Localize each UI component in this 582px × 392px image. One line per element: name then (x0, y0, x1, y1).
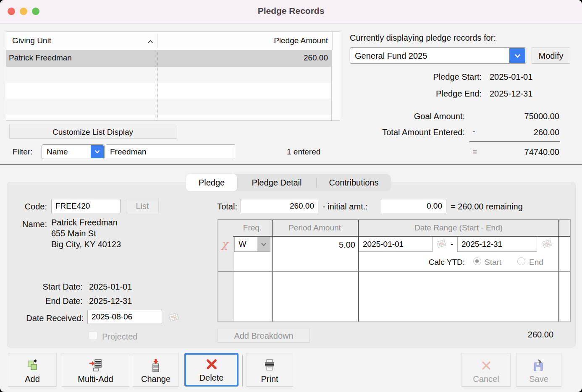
breakdown-total: 260.00 (469, 330, 553, 340)
column-divider (157, 50, 157, 120)
initial-amount-input[interactable] (381, 199, 446, 213)
total-entered-value: 260.00 (475, 128, 559, 137)
pledge-records-window: Pledge Records Giving Unit Pledge Amount… (0, 0, 582, 392)
goal-amount-label: Goal Amount: (339, 112, 465, 121)
calc-ytd-end-label: End (529, 258, 543, 267)
giving-table-body: Patrick Freedman 260.00 (6, 50, 340, 120)
header-separator (157, 34, 157, 48)
cancel-button[interactable]: Cancel (461, 353, 511, 387)
tab-pledge-detail[interactable]: Pledge Detail (237, 174, 316, 191)
calendar-icon[interactable] (435, 239, 448, 251)
add-breakdown-button[interactable]: Add Breakdown (218, 329, 310, 342)
delete-x-icon (206, 355, 218, 373)
start-date-value: 2025-01-01 (89, 282, 132, 292)
toolbar-divider (242, 355, 243, 387)
filter-field-value: Name (47, 147, 68, 157)
pledge-amount-value: 260.00 (304, 53, 328, 63)
filter-text-input[interactable] (106, 144, 235, 159)
frequency-select[interactable]: W (234, 237, 270, 252)
title-bar: Pledge Records (0, 0, 582, 24)
fund-select-value: General Fund 2025 (355, 51, 427, 60)
remaining-goal-value: 74740.00 (475, 147, 559, 157)
total-input[interactable] (241, 199, 318, 213)
projected-checkbox[interactable] (89, 331, 97, 340)
column-header-freq: Freq. (233, 223, 272, 233)
fund-select[interactable]: General Fund 2025 (350, 47, 526, 64)
breakdown-table: Freq. Period Amount Date Range (Start - … (218, 219, 571, 322)
table-row-empty[interactable] (6, 115, 332, 120)
range-separator: - (451, 239, 454, 249)
range-start-input[interactable] (359, 237, 433, 252)
tab-contributions[interactable]: Contributions (317, 174, 391, 191)
tab-pledge[interactable]: Pledge (186, 174, 237, 191)
modify-button[interactable]: Modify (532, 47, 570, 64)
table-row-empty[interactable] (6, 67, 332, 83)
range-end-input[interactable] (457, 237, 537, 252)
list-button[interactable]: List (126, 199, 159, 213)
remove-row-scissors-icon[interactable]: χ (221, 238, 228, 249)
code-input[interactable] (51, 199, 121, 213)
customize-list-display-button[interactable]: Customize List Display (9, 125, 176, 139)
total-label: Total: (195, 202, 237, 212)
fund-heading: Currently displaying pledge records for: (350, 33, 496, 43)
change-button[interactable]: Change (133, 353, 179, 387)
section-divider (0, 164, 582, 165)
sum-rule (469, 141, 560, 142)
code-label: Code: (5, 202, 47, 212)
filter-label: Filter: (13, 147, 33, 157)
tab-bar: Pledge Pledge Detail Contributions (186, 174, 391, 191)
giver-address-line1: 655 Main St (51, 229, 96, 238)
save-button[interactable]: Save (516, 353, 561, 387)
delete-button[interactable]: Delete (184, 353, 239, 387)
projected-label: Projected (102, 332, 138, 342)
giver-address-line2: Big City, KY 40123 (51, 240, 121, 249)
initial-amount-label: - initial amt.: (322, 202, 368, 212)
row-separator (218, 271, 570, 272)
pledge-end-label: Pledge End: (398, 89, 482, 99)
calc-ytd-start-label: Start (485, 258, 501, 267)
frequency-value: W (239, 239, 246, 249)
column-header-pledge-amount[interactable]: Pledge Amount (166, 36, 328, 45)
table-row-selected[interactable]: Patrick Freedman 260.00 (6, 50, 332, 67)
pledge-end-value: 2025-12-31 (490, 89, 532, 99)
print-icon (263, 357, 276, 374)
sort-chevron-up-icon (147, 38, 153, 45)
table-row-empty[interactable] (6, 99, 332, 115)
add-button[interactable]: Add (8, 353, 57, 387)
calendar-icon[interactable] (167, 312, 181, 324)
chevron-down-icon[interactable] (509, 48, 525, 63)
window-title: Pledge Records (0, 6, 582, 16)
calendar-icon[interactable] (541, 239, 553, 251)
giving-unit-table: Giving Unit Pledge Amount Patrick Freedm… (6, 31, 340, 121)
multi-add-icon (89, 357, 103, 374)
filter-field-select[interactable]: Name (42, 144, 105, 159)
entered-count: 1 entered (287, 147, 320, 157)
chevron-down-icon[interactable] (257, 237, 270, 251)
giving-table-header: Giving Unit Pledge Amount (6, 32, 340, 50)
total-entered-label: Total Amount Entered: (339, 128, 465, 137)
calc-ytd-start-radio[interactable] (473, 257, 481, 265)
column-header-date-range: Date Range (Start - End) (358, 223, 559, 233)
minus-sign: - (472, 127, 475, 136)
pledge-start-value: 2025-01-01 (490, 72, 532, 82)
chevron-down-icon[interactable] (91, 145, 104, 158)
end-date-value: 2025-12-31 (89, 296, 132, 306)
remaining-text: = 260.00 remaining (451, 202, 523, 212)
start-date-label: Start Date: (0, 282, 83, 292)
multi-add-button[interactable]: Multi-Add (62, 353, 129, 387)
date-received-label: Date Received: (0, 314, 84, 323)
header-separator (332, 32, 333, 50)
scrollbar[interactable] (331, 50, 340, 120)
add-icon (26, 357, 39, 374)
date-received-input[interactable] (87, 310, 162, 324)
save-floppy-icon (532, 357, 545, 374)
name-label: Name: (5, 220, 47, 229)
cancel-x-icon (481, 357, 492, 374)
end-date-label: End Date: (0, 296, 83, 306)
column-header-giving-unit[interactable]: Giving Unit (12, 36, 51, 45)
table-row-empty[interactable] (6, 83, 332, 99)
giving-unit-name: Patrick Freedman (9, 53, 72, 63)
calc-ytd-label: Calc YTD: (381, 258, 465, 267)
calc-ytd-end-radio[interactable] (517, 257, 525, 265)
print-button[interactable]: Print (246, 353, 293, 387)
